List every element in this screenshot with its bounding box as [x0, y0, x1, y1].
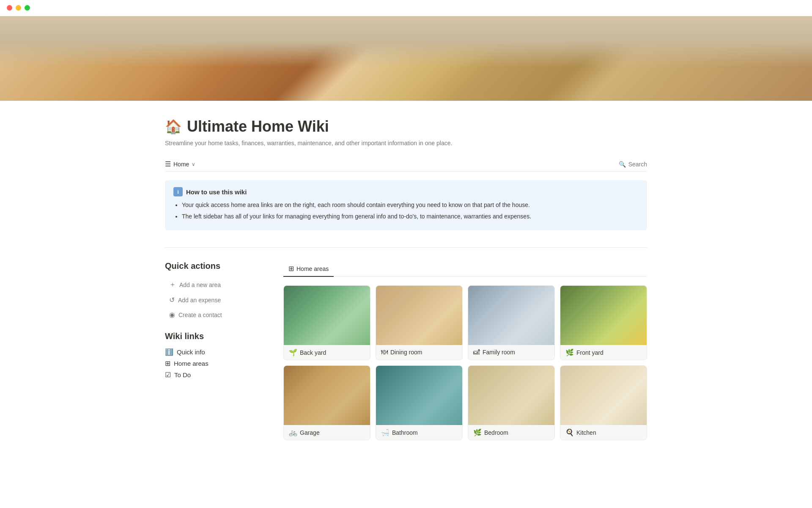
- card-front-yard-label: 🌿 Front yard: [560, 345, 647, 360]
- add-expense-label: Add an expense: [178, 297, 221, 304]
- card-back-yard[interactable]: 🌱 Back yard: [283, 285, 370, 360]
- search-icon: 🔍: [619, 161, 626, 168]
- list-icon: ☰: [165, 160, 171, 168]
- add-expense-button[interactable]: ↺ Add an expense: [165, 293, 258, 306]
- hero-buildings: [0, 16, 812, 101]
- tabs-bar: ⊞ Home areas: [283, 261, 647, 277]
- card-garage[interactable]: 🚲 Garage: [283, 365, 370, 440]
- card-family-room[interactable]: 🛋 Family room: [468, 285, 555, 360]
- card-bedroom-image: [468, 366, 554, 425]
- home-areas-label: Home areas: [174, 360, 208, 367]
- info-icon: i: [173, 187, 183, 196]
- bedroom-icon: 🌿: [473, 428, 482, 436]
- todo-label: To Do: [174, 371, 191, 378]
- family-room-icon: 🛋: [473, 348, 480, 356]
- card-front-yard[interactable]: 🌿 Front yard: [560, 285, 647, 360]
- info-bullet-2: The left sidebar has all of your links f…: [182, 212, 639, 221]
- card-back-yard-label: 🌱 Back yard: [284, 345, 370, 360]
- info-bullet-1: Your quick access home area links are on…: [182, 201, 639, 210]
- add-area-label: Add a new area: [179, 282, 221, 288]
- divider: [165, 247, 647, 248]
- card-bathroom-label: 🛁 Bathroom: [376, 425, 462, 440]
- home-nav[interactable]: ☰ Home ∨: [165, 160, 195, 168]
- page-title: Ultimate Home Wiki: [187, 118, 329, 135]
- page-icon: 🏠: [165, 119, 182, 135]
- info-box-title-row: i How to use this wiki: [173, 187, 639, 196]
- card-garage-label: 🚲 Garage: [284, 425, 370, 440]
- back-yard-icon: 🌱: [289, 348, 297, 356]
- tab-grid-icon: ⊞: [288, 265, 294, 273]
- bathroom-icon: 🛁: [381, 428, 390, 436]
- kitchen-icon: 🍳: [565, 428, 574, 436]
- card-front-yard-image: [560, 286, 647, 345]
- dining-room-icon: 🍽: [381, 348, 388, 356]
- nav-bar: ☰ Home ∨ 🔍 Search: [165, 157, 647, 172]
- wiki-link-todo[interactable]: ☑ To Do: [165, 369, 258, 381]
- card-bedroom[interactable]: 🌿 Bedroom: [468, 365, 555, 440]
- card-back-yard-image: [284, 286, 370, 345]
- info-circle-icon: ℹ️: [165, 348, 173, 356]
- quick-actions-title: Quick actions: [165, 261, 258, 271]
- create-contact-label: Create a contact: [178, 312, 222, 318]
- card-bedroom-label: 🌿 Bedroom: [468, 425, 554, 440]
- contact-icon: ◉: [169, 311, 175, 319]
- search-button[interactable]: 🔍 Search: [619, 161, 647, 168]
- card-bathroom-image: [376, 366, 462, 425]
- garage-icon: 🚲: [289, 428, 297, 436]
- card-kitchen-image: [560, 366, 647, 425]
- main-content: 🏠 Ultimate Home Wiki Streamline your hom…: [131, 101, 681, 466]
- card-family-room-label: 🛋 Family room: [468, 345, 554, 359]
- chevron-down-icon: ∨: [192, 161, 195, 167]
- plus-icon: ＋: [169, 280, 176, 289]
- card-family-room-image: [468, 286, 554, 345]
- front-yard-icon: 🌿: [565, 348, 574, 356]
- hero-image: [0, 16, 812, 101]
- card-dining-room[interactable]: 🍽 Dining room: [376, 285, 463, 360]
- create-contact-button[interactable]: ◉ Create a contact: [165, 308, 258, 321]
- minimize-button[interactable]: [16, 5, 21, 11]
- sidebar: Quick actions ＋ Add a new area ↺ Add an …: [165, 261, 258, 440]
- add-area-button[interactable]: ＋ Add a new area: [165, 278, 258, 292]
- expense-icon: ↺: [169, 296, 175, 304]
- card-bathroom[interactable]: 🛁 Bathroom: [376, 365, 463, 440]
- tab-home-areas[interactable]: ⊞ Home areas: [283, 261, 334, 277]
- tab-home-areas-label: Home areas: [296, 265, 329, 272]
- card-dining-room-label: 🍽 Dining room: [376, 345, 462, 359]
- page-subtitle: Streamline your home tasks, finances, wa…: [165, 140, 647, 146]
- card-kitchen-label: 🍳 Kitchen: [560, 425, 647, 440]
- maximize-button[interactable]: [25, 5, 30, 11]
- info-box-heading: How to use this wiki: [186, 188, 247, 196]
- quick-info-label: Quick info: [177, 348, 205, 356]
- card-garage-image: [284, 366, 370, 425]
- card-kitchen[interactable]: 🍳 Kitchen: [560, 365, 647, 440]
- gallery-grid: 🌱 Back yard 🍽 Dining room 🛋 Famil: [283, 285, 647, 440]
- main-layout: Quick actions ＋ Add a new area ↺ Add an …: [165, 261, 647, 440]
- info-box: i How to use this wiki Your quick access…: [165, 180, 647, 230]
- home-label: Home: [173, 161, 189, 168]
- window-bar: [0, 0, 812, 16]
- search-label: Search: [628, 161, 647, 168]
- page-title-row: 🏠 Ultimate Home Wiki: [165, 118, 647, 135]
- info-box-list: Your quick access home area links are on…: [173, 201, 639, 221]
- right-content: ⊞ Home areas 🌱 Back yard 🍽: [283, 261, 647, 440]
- wiki-link-quick-info[interactable]: ℹ️ Quick info: [165, 346, 258, 358]
- wiki-links-title: Wiki links: [165, 331, 258, 341]
- wiki-link-home-areas[interactable]: ⊞ Home areas: [165, 358, 258, 369]
- card-dining-room-image: [376, 286, 462, 345]
- close-button[interactable]: [7, 5, 12, 11]
- checkbox-icon: ☑: [165, 371, 171, 379]
- grid-icon: ⊞: [165, 359, 170, 367]
